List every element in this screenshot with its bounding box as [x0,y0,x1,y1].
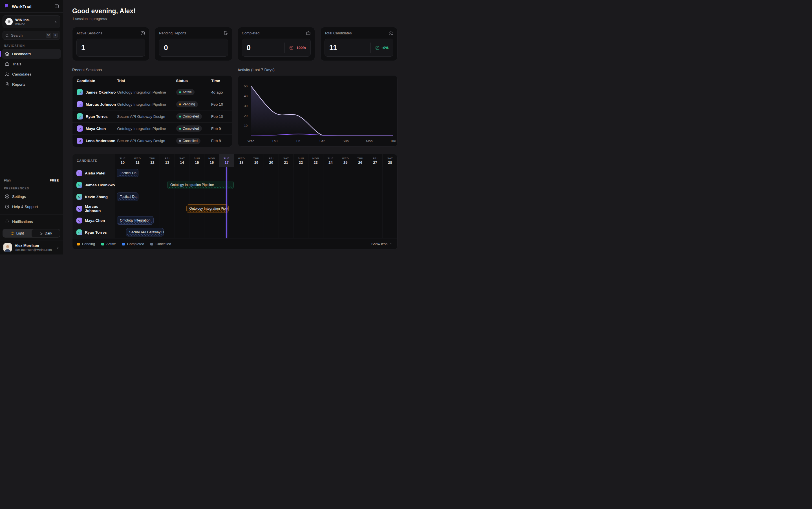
table-row[interactable]: Maya ChenOntology Integration PipelineCo… [72,123,232,135]
day-of-week-label: FRI [373,157,378,160]
gantt-bar-completed[interactable]: Tactical Da… [117,193,138,201]
users-icon [5,72,9,76]
logo-row: WorkTrial [0,0,63,13]
sidebar-nav: DashboardTrialsCandidatesReports [0,49,63,89]
legend-dot [77,243,80,245]
gantt-row: Tactical Da… [115,167,397,179]
legend-item-active: Active [101,242,116,246]
gantt-day-header: FRI20 [264,154,279,167]
gantt-bar-active[interactable]: Ontology Integration Pipeline [167,181,234,189]
avatar [76,217,82,224]
day-number-label: 22 [299,160,303,165]
stat-card-header: Total Candidates [325,31,393,35]
gantt-row: Ontology Integration Pipeline [115,179,397,191]
trial-cell: Ontology Integration Pipeline [117,127,176,131]
status-dot [179,91,181,93]
day-of-week-label: WED [238,157,245,160]
show-less-button[interactable]: Show less [371,242,393,246]
sidebar-item-reports[interactable]: Reports [2,79,61,89]
stat-card-value-panel: 0 [159,39,228,57]
sidebar-collapse-icon[interactable] [54,4,59,9]
recent-sessions-title: Recent Sessions [72,68,232,72]
y-axis-tick: 10 [244,124,248,127]
plan-badge: FREE [50,179,59,182]
activity-chart: 1020304050WedThuFriSatSunMonTue [238,75,397,146]
avatar [77,126,83,132]
gantt-day-header: SUN22 [293,154,308,167]
gantt-card: CANDIDATE Aisha PatelJames OkonkwoKevin … [72,154,397,250]
org-name: WIN Inc. [15,18,51,22]
sidebar-item-dashboard[interactable]: Dashboard [2,49,61,59]
legend-dot [101,243,104,245]
day-of-week-label: TUE [120,157,126,160]
status-dot [179,140,181,142]
table-row[interactable]: Lena AnderssonSecure API Gateway DesignC… [72,135,232,147]
gantt-bar-hatch [118,222,153,224]
activity-line-chart: 1020304050WedThuFriSatSunMonTue [238,75,397,146]
gantt-bar-pending[interactable]: Ontology Integration Pipeli… [186,204,229,213]
legend-item-cancelled: Cancelled [150,242,171,246]
briefcase-icon [5,62,9,66]
x-axis-label: Sat [319,139,325,143]
gantt-bar-label: Tactical Da… [120,171,138,175]
sidebar-item-candidates[interactable]: Candidates [2,69,61,79]
gantt-bar-completed[interactable]: Ontology Integration … [117,216,154,225]
day-number-label: 21 [284,160,288,165]
sidebar-item-help-support[interactable]: Help & Support [2,202,61,211]
candidate-name: Lena Andersson [86,139,115,143]
col-header-status: Status [176,75,211,86]
gantt-bar-completed[interactable]: Secure API Gateway D… [126,228,164,236]
table-row[interactable]: Ryan TorresSecure API Gateway DesignComp… [72,110,232,123]
table-row[interactable]: James OkonkwoOntology Integration Pipeli… [72,86,232,98]
legend-item-pending: Pending [77,242,95,246]
day-of-week-label: THU [253,157,259,160]
day-number-label: 18 [239,160,243,165]
theme-light-button[interactable]: Light [3,229,32,237]
search-icon [5,34,9,37]
chevrons-up-down-icon [56,246,60,249]
gantt-day-header: SAT14 [174,154,190,167]
briefcase-icon [306,31,311,35]
stat-card-header: Active Sessions [76,31,145,35]
gantt-bar-completed[interactable]: Tactical Da… [117,169,138,177]
day-number-label: 25 [344,160,347,165]
stat-card-value: 1 [81,43,140,52]
stat-delta-text: +0% [381,46,389,50]
y-axis-tick: 20 [244,114,248,117]
kbd-cmd: ⌘ [46,33,51,38]
x-axis-label: Wed [247,139,254,143]
org-selector[interactable]: WIN Inc. win-inc [3,15,60,28]
sidebar-preferences: SettingsHelp & Support [0,192,63,211]
trend-up-square-icon [375,46,380,50]
notifications-label: Notifications [12,219,33,224]
user-menu[interactable]: Alex Morrison alex.morrison@wininc.com [0,240,63,254]
stat-card-value-panel: 11+0% [325,39,393,57]
status-cell: Cancelled [176,138,211,144]
gantt-bar-label: Ontology Integration Pipeli… [190,207,229,210]
status-cell: Pending [176,101,211,107]
sidebar-item-trials[interactable]: Trials [2,59,61,69]
stat-card-title: Total Candidates [325,31,352,35]
main-content: Good evening, Alex! 1 session in progres… [63,0,406,254]
file-icon [5,82,9,87]
table-row[interactable]: Marcus JohnsonOntology Integration Pipel… [72,98,232,110]
col-header-candidate: Candidate [72,75,117,86]
status-dot [179,103,181,105]
sidebar-notifications-list: Notifications [0,217,63,226]
day-of-week-label: SAT [179,157,185,160]
sidebar-item-notifications[interactable]: Notifications [2,217,61,226]
day-number-label: 14 [180,160,184,165]
theme-dark-button[interactable]: Dark [32,229,60,237]
gantt-bar-hatch [168,186,233,188]
time-cell: Feb 9 [211,127,232,131]
search-input[interactable]: Search ⌘ K [3,31,60,40]
gantt-day-header: MON23 [308,154,323,167]
gantt-day-headers: TUE10WED11THU12FRI13SAT14SUN15MON16TUE17… [115,154,397,167]
day-of-week-label: WED [134,157,141,160]
day-number-label: 13 [165,160,169,165]
sidebar-item-settings[interactable]: Settings [2,192,61,201]
status-cell: Completed [176,113,211,120]
x-axis-label: Mon [366,139,372,143]
status-dot [179,128,181,130]
theme-light-label: Light [17,231,24,235]
